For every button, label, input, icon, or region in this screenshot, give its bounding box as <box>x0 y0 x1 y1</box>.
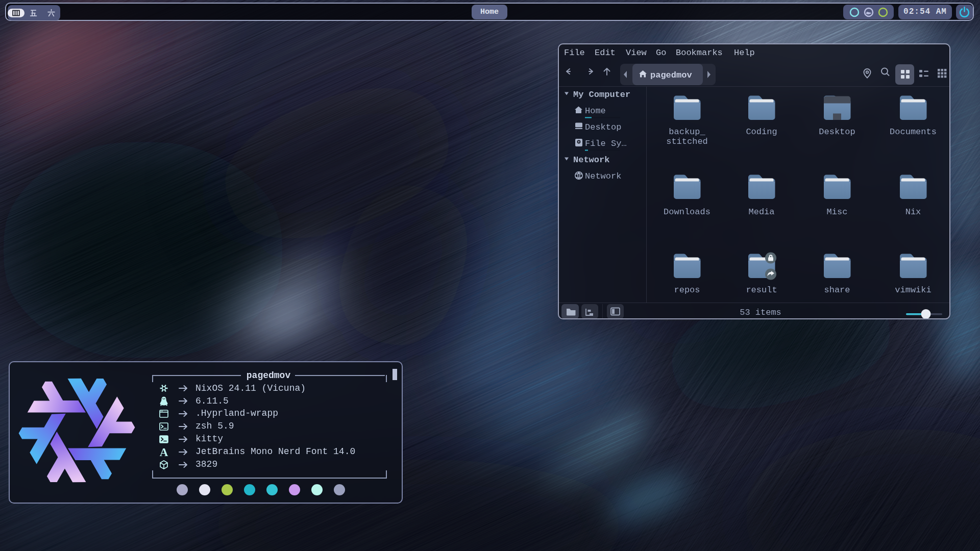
svg-text:File Sy…: File Sy… <box>585 139 627 148</box>
svg-text:My Computer: My Computer <box>573 90 630 99</box>
svg-text:53 items: 53 items <box>740 308 781 317</box>
svg-text:Desktop: Desktop <box>585 122 621 132</box>
svg-text:pagedmov: pagedmov <box>650 70 692 80</box>
svg-text:Network: Network <box>585 171 621 181</box>
svg-text:Home: Home <box>585 106 606 116</box>
svg-text:Network: Network <box>573 155 609 165</box>
svg-text:A: A <box>160 446 168 459</box>
